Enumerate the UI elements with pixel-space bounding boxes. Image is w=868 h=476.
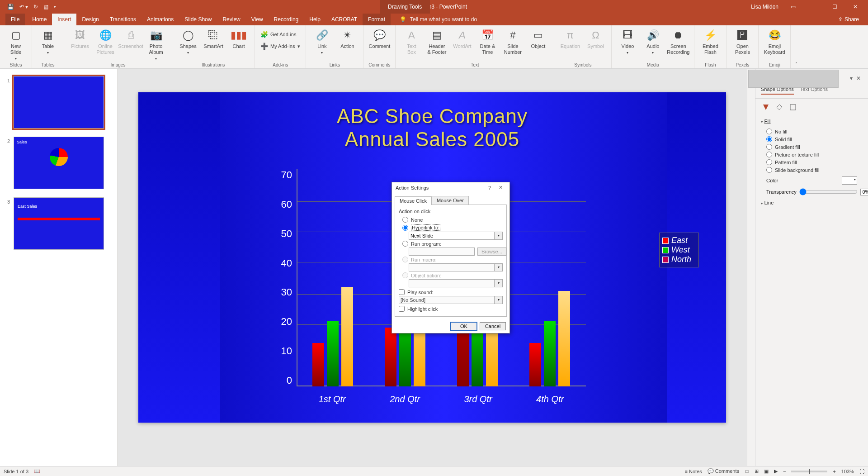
- photo-album-button[interactable]: 📷Photo Album: [144, 27, 168, 62]
- fill-line-icon[interactable]: [761, 102, 771, 112]
- audio-button[interactable]: 🔊Audio: [641, 27, 665, 55]
- chart-button[interactable]: ▮▮▮Chart: [226, 27, 251, 49]
- dialog-tab-mouse-over[interactable]: Mouse Over: [432, 196, 469, 205]
- tab-review[interactable]: Review: [217, 14, 245, 25]
- color-picker[interactable]: [842, 176, 857, 185]
- tab-view[interactable]: View: [246, 14, 269, 25]
- redo-icon[interactable]: ↻: [33, 4, 38, 10]
- equation-button[interactable]: πEquation: [558, 27, 582, 49]
- size-properties-icon[interactable]: [788, 102, 798, 112]
- tab-transitions[interactable]: Transitions: [104, 14, 142, 25]
- embed-flash-button[interactable]: ⚡Embed Flash: [698, 27, 722, 55]
- effects-icon[interactable]: [774, 102, 784, 112]
- transparency-slider[interactable]: [799, 188, 858, 195]
- textbox-button[interactable]: AText Box: [399, 27, 424, 55]
- tab-home[interactable]: Home: [27, 14, 52, 25]
- comments-button[interactable]: 💬 Comments: [708, 468, 739, 474]
- pictures-button[interactable]: 🖼Pictures: [68, 27, 92, 49]
- slideshow-view-icon[interactable]: ▶: [774, 468, 778, 474]
- object-button[interactable]: ▭Object: [526, 27, 550, 49]
- tab-format[interactable]: Format: [363, 14, 391, 25]
- radio-hyperlink[interactable]: [402, 225, 408, 231]
- fill-section-header[interactable]: Fill: [755, 116, 868, 127]
- tell-me-search[interactable]: 💡 Tell me what you want to do: [400, 16, 477, 23]
- vertical-scrollbar[interactable]: [747, 69, 755, 466]
- slide-number-button[interactable]: #Slide Number: [500, 27, 525, 55]
- radio-solid-fill[interactable]: [766, 136, 772, 142]
- tab-acrobat[interactable]: ACROBAT: [326, 14, 363, 25]
- tab-animations[interactable]: Animations: [142, 14, 179, 25]
- tab-insert[interactable]: Insert: [52, 14, 76, 25]
- sound-select[interactable]: [399, 296, 495, 304]
- pane-options-icon[interactable]: ▾: [848, 75, 854, 81]
- pane-close-icon[interactable]: ✕: [854, 75, 863, 81]
- reading-view-icon[interactable]: ▣: [764, 468, 769, 474]
- date-time-button[interactable]: 📅Date & Time: [475, 27, 500, 55]
- slide-sorter-icon[interactable]: ⊞: [755, 468, 759, 474]
- header-footer-button[interactable]: ▤Header & Footer: [425, 27, 449, 55]
- minimize-icon[interactable]: —: [807, 4, 820, 10]
- emoji-keyboard-button[interactable]: 😂Emoji Keyboard: [762, 27, 787, 55]
- dialog-help-icon[interactable]: ?: [484, 185, 495, 190]
- zoom-in-icon[interactable]: +: [833, 469, 835, 474]
- smartart-button[interactable]: ⿻SmartArt: [201, 27, 226, 49]
- fit-to-window-icon[interactable]: ⛶: [859, 469, 864, 474]
- browse-button[interactable]: Browse...: [477, 248, 506, 256]
- ribbon-display-options-icon[interactable]: ▭: [787, 4, 799, 10]
- symbol-button[interactable]: ΩSymbol: [583, 27, 608, 49]
- cancel-button[interactable]: Cancel: [480, 322, 506, 330]
- slide-thumbnail-1[interactable]: [14, 76, 104, 129]
- screen-recording-button[interactable]: ⏺Screen Recording: [666, 27, 690, 55]
- collapse-ribbon-icon[interactable]: ˄: [791, 25, 802, 68]
- wordart-button[interactable]: AWordArt: [450, 27, 474, 49]
- screenshot-button[interactable]: ⎙Screenshot: [118, 27, 143, 49]
- user-name[interactable]: Lisa Mildon: [751, 4, 778, 10]
- zoom-level[interactable]: 103%: [841, 469, 854, 474]
- notes-button[interactable]: ≡ Notes: [685, 469, 702, 474]
- play-sound-checkbox[interactable]: [399, 289, 405, 295]
- hyperlink-target-select[interactable]: [409, 232, 495, 240]
- tab-help[interactable]: Help: [304, 14, 326, 25]
- share-button[interactable]: ⇪Share: [838, 16, 868, 23]
- tab-file[interactable]: File: [5, 14, 25, 25]
- online-pictures-button[interactable]: 🌐Online Pictures: [93, 27, 118, 55]
- zoom-out-icon[interactable]: −: [783, 469, 786, 474]
- spellcheck-icon[interactable]: 📖: [34, 468, 40, 474]
- transparency-value[interactable]: 0%: [860, 189, 868, 195]
- table-button[interactable]: ▦Table: [36, 27, 60, 55]
- highlight-click-checkbox[interactable]: [399, 306, 405, 312]
- my-addins-button[interactable]: ➕My Add-ins ▾: [259, 42, 302, 51]
- close-icon[interactable]: ✕: [849, 4, 862, 10]
- open-pexels-button[interactable]: 🅿Open Pexels: [730, 27, 755, 55]
- radio-picture-fill[interactable]: [766, 152, 772, 157]
- radio-gradient-fill[interactable]: [766, 144, 772, 150]
- radio-no-fill[interactable]: [766, 129, 772, 134]
- radio-slide-bg-fill[interactable]: [766, 167, 772, 173]
- slide-thumbnail-3[interactable]: East Sales: [14, 197, 104, 250]
- maximize-icon[interactable]: ☐: [828, 4, 841, 10]
- tab-design[interactable]: Design: [76, 14, 104, 25]
- slide-indicator[interactable]: Slide 1 of 3: [4, 469, 28, 474]
- ok-button[interactable]: OK: [451, 322, 477, 330]
- action-button[interactable]: ✴Action: [335, 27, 359, 49]
- radio-none[interactable]: [402, 217, 408, 223]
- slide-thumbnail-2[interactable]: Sales: [14, 137, 104, 189]
- qat-more-icon[interactable]: ▾: [54, 5, 56, 9]
- run-program-input[interactable]: [409, 248, 475, 256]
- dialog-close-icon[interactable]: ✕: [495, 185, 506, 190]
- dialog-tab-mouse-click[interactable]: Mouse Click: [395, 196, 432, 205]
- radio-run-program[interactable]: [402, 241, 408, 247]
- chevron-down-icon[interactable]: ▾: [495, 232, 503, 240]
- shapes-button[interactable]: ◯Shapes: [176, 27, 200, 55]
- tab-recording[interactable]: Recording: [269, 14, 304, 25]
- link-button[interactable]: 🔗Link: [310, 27, 334, 55]
- line-section-header[interactable]: Line: [755, 197, 868, 208]
- tab-slideshow[interactable]: Slide Show: [179, 14, 217, 25]
- save-icon[interactable]: 💾: [7, 4, 14, 10]
- start-from-beginning-icon[interactable]: ▧: [43, 4, 48, 10]
- new-slide-button[interactable]: ▢New Slide: [4, 27, 28, 62]
- undo-icon[interactable]: ↶ ▾: [19, 4, 28, 10]
- chevron-down-icon[interactable]: ▾: [495, 296, 503, 304]
- get-addins-button[interactable]: 🧩Get Add-ins: [259, 30, 298, 39]
- comment-button[interactable]: 💬Comment: [367, 27, 392, 49]
